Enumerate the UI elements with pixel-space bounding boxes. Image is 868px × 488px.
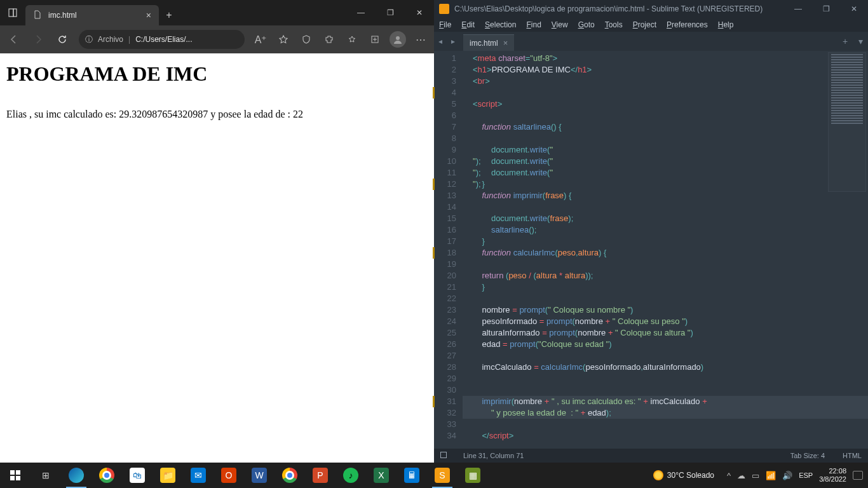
browser-viewport: PROGRAMA DE IMC Elias , su imc calculado… <box>0 53 434 463</box>
edge-titlebar: imc.html × + ― ❐ ✕ <box>0 0 434 25</box>
history-fwd-icon[interactable]: ▸ <box>447 32 459 51</box>
window-controls: ― ❐ ✕ <box>784 0 868 18</box>
favorites-button[interactable] <box>273 29 294 50</box>
addr-scheme: Archivo <box>98 35 123 44</box>
wifi-icon[interactable]: 📶 <box>766 471 776 480</box>
task-view-button[interactable]: ⊞ <box>31 463 61 488</box>
read-aloud-button[interactable]: A⁺ <box>250 29 271 50</box>
page-heading: PROGRAMA DE IMC <box>6 62 428 86</box>
minimize-button[interactable]: ― <box>346 0 376 25</box>
weather-widget[interactable]: 30°C Soleado <box>653 470 714 480</box>
sublime-logo-icon <box>439 4 449 14</box>
menu-edit[interactable]: Edit <box>461 20 475 29</box>
favorites-bar-button[interactable] <box>341 29 363 50</box>
menu-tools[interactable]: Tools <box>605 20 623 29</box>
sublime-titlebar: C:\Users\Elias\Desktop\logica de program… <box>434 0 868 18</box>
start-button[interactable] <box>0 463 31 488</box>
calculator-taskbar-icon[interactable]: 🖩 <box>397 463 427 488</box>
page-body-text: Elias , su imc calculado es: 29.32098765… <box>6 109 428 120</box>
maximize-button[interactable]: ❐ <box>812 0 840 18</box>
adblock-icon[interactable] <box>295 29 317 50</box>
menu-help[interactable]: Help <box>718 20 734 29</box>
sublime-menu-bar[interactable]: File Edit Selection Find View Goto Tools… <box>434 18 868 32</box>
tab-menu-icon[interactable]: ▾ <box>853 32 868 51</box>
history-back-icon[interactable]: ◂ <box>434 32 447 51</box>
sun-icon <box>653 470 663 480</box>
date: 3/8/2022 <box>819 475 846 484</box>
menu-view[interactable]: View <box>552 20 568 29</box>
system-tray: 30°C Soleado ^ ☁ ▭ 📶 🔊 ESP 22:08 3/8/202… <box>653 467 868 484</box>
close-icon[interactable]: × <box>503 38 508 48</box>
menu-file[interactable]: File <box>439 20 451 29</box>
new-tab-icon[interactable]: + <box>837 32 853 51</box>
line-number-gutter: 1234567891011121314151617181920212223242… <box>434 51 463 449</box>
windows-taskbar: ⊞ 🛍 📁 ✉ O W P ♪ X 🖩 S ▦ 30°C Soleado ^ ☁… <box>0 463 868 488</box>
edge-browser-window: imc.html × + ― ❐ ✕ ⓘ Archivo | C:/Users/… <box>0 0 434 463</box>
msstore-taskbar-icon[interactable]: 🛍 <box>122 463 153 488</box>
word-taskbar-icon[interactable]: W <box>244 463 275 488</box>
powerpoint-taskbar-icon[interactable]: P <box>305 463 336 488</box>
menu-project[interactable]: Project <box>633 20 656 29</box>
close-button[interactable]: ✕ <box>405 0 434 25</box>
svg-rect-1 <box>13 9 17 17</box>
office-taskbar-icon[interactable]: O <box>214 463 244 488</box>
back-button[interactable] <box>3 28 25 51</box>
sublime-tab-bar: ◂ ▸ imc.html × + ▾ <box>434 32 868 51</box>
status-syntax[interactable]: HTML <box>843 452 862 459</box>
sublime-taskbar-icon[interactable]: S <box>427 463 458 488</box>
refresh-button[interactable] <box>51 28 74 51</box>
notifications-icon[interactable] <box>853 471 863 480</box>
weather-text: 30°C Soleado <box>667 471 714 480</box>
onedrive-icon[interactable]: ☁ <box>737 471 745 480</box>
profile-avatar[interactable] <box>390 31 406 48</box>
chrome2-taskbar-icon[interactable] <box>275 463 305 488</box>
mail-taskbar-icon[interactable]: ✉ <box>183 463 214 488</box>
menu-goto[interactable]: Goto <box>578 20 595 29</box>
browser-tab[interactable]: imc.html × <box>25 5 159 25</box>
edge-taskbar-icon[interactable] <box>61 463 92 488</box>
edge-toolbar: ⓘ Archivo | C:/Users/Elias/... A⁺ ⋯ <box>0 25 434 53</box>
more-button[interactable]: ⋯ <box>410 29 431 50</box>
code-content[interactable]: <meta charset="utf-8"><h1>PROGRAMA DE IM… <box>463 51 868 449</box>
addr-separator: | <box>128 35 130 44</box>
minecraft-taskbar-icon[interactable]: ▦ <box>458 463 488 488</box>
volume-icon[interactable]: 🔊 <box>782 471 792 480</box>
tab-name: imc.html <box>470 39 498 48</box>
svg-rect-0 <box>9 9 13 17</box>
status-cursor: Line 31, Column 71 <box>463 452 524 459</box>
chevron-up-icon[interactable]: ^ <box>727 471 731 480</box>
svg-point-4 <box>396 36 400 40</box>
sublime-window: C:\Users\Elias\Desktop\logica de program… <box>434 0 868 463</box>
menu-selection[interactable]: Selection <box>485 20 516 29</box>
close-icon[interactable]: × <box>146 10 151 20</box>
address-bar[interactable]: ⓘ Archivo | C:/Users/Elias/... <box>79 30 245 49</box>
chrome-taskbar-icon[interactable] <box>92 463 122 488</box>
file-icon <box>33 10 43 20</box>
menu-preferences[interactable]: Preferences <box>667 20 708 29</box>
editor-tab[interactable]: imc.html × <box>463 34 514 51</box>
spotify-taskbar-icon[interactable]: ♪ <box>336 463 366 488</box>
new-tab-button[interactable]: + <box>159 5 179 25</box>
language-indicator[interactable]: ESP <box>799 471 813 479</box>
extensions-button[interactable] <box>318 29 340 50</box>
maximize-button[interactable]: ❐ <box>376 0 405 25</box>
forward-button <box>27 28 50 51</box>
code-editor[interactable]: 1234567891011121314151617181920212223242… <box>434 51 868 449</box>
menu-find[interactable]: Find <box>526 20 541 29</box>
clock[interactable]: 22:08 3/8/2022 <box>819 467 846 484</box>
minimize-button[interactable]: ― <box>784 0 812 18</box>
battery-icon[interactable]: ▭ <box>752 471 759 480</box>
close-button[interactable]: ✕ <box>840 0 868 18</box>
minimap[interactable] <box>828 52 866 192</box>
excel-taskbar-icon[interactable]: X <box>366 463 397 488</box>
sublime-status-bar: Line 31, Column 71 Tab Size: 4 HTML <box>434 449 868 463</box>
info-icon: ⓘ <box>85 34 93 45</box>
collections-button[interactable] <box>364 29 386 50</box>
tab-actions-icon[interactable] <box>0 0 25 25</box>
explorer-taskbar-icon[interactable]: 📁 <box>153 463 183 488</box>
status-indent-toggle[interactable] <box>440 452 451 459</box>
window-controls: ― ❐ ✕ <box>346 0 434 25</box>
time: 22:08 <box>819 467 846 475</box>
sublime-title: C:\Users\Elias\Desktop\logica de program… <box>454 4 763 13</box>
status-tabsize[interactable]: Tab Size: 4 <box>790 452 825 459</box>
